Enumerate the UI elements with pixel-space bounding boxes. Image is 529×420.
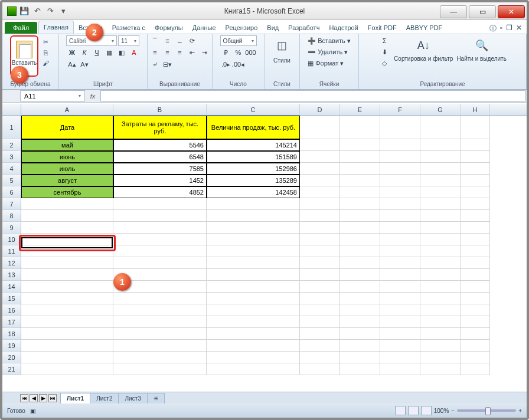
tab-developer[interactable]: Разработч [283,22,324,34]
cell[interactable]: май [21,139,113,151]
cell[interactable] [380,281,420,293]
cell[interactable] [340,234,380,245]
cell[interactable]: Затраты на рекламу, тыс. руб. [113,116,207,139]
cell[interactable] [340,116,380,139]
align-center-icon[interactable]: ≡ [162,47,174,58]
clear-icon[interactable]: ◇ [378,58,390,68]
cell[interactable]: 1452 [113,175,207,186]
new-sheet-icon[interactable]: ✳ [147,393,165,403]
cell[interactable] [340,304,380,316]
cell[interactable] [300,293,340,304]
cell[interactable] [113,352,207,363]
percent-icon[interactable]: % [233,47,244,58]
qat-redo-icon[interactable]: ↷ [45,6,55,17]
cell[interactable] [113,234,207,245]
col-header[interactable]: H [461,104,490,115]
tab-home[interactable]: Главная [38,21,74,34]
align-left-icon[interactable]: ≡ [149,47,161,58]
cell[interactable] [340,139,380,151]
tab-formulas[interactable]: Формулы [150,22,188,34]
cell[interactable] [420,186,461,198]
cell[interactable] [207,352,300,363]
cell[interactable] [300,281,340,293]
close-button[interactable]: ✕ [498,5,525,18]
cell[interactable]: 5546 [113,139,207,151]
dec-dec-icon[interactable]: .00◂ [233,59,244,70]
minimize-button[interactable]: — [440,5,467,18]
macro-record-icon[interactable]: ▣ [30,408,35,414]
cell[interactable] [113,340,207,352]
fill-icon[interactable]: ⬇ [378,47,390,57]
cell[interactable] [300,304,340,316]
cell[interactable] [300,163,340,175]
sheet-tab[interactable]: Лист2 [90,393,119,403]
col-header[interactable]: E [340,104,380,115]
view-layout-icon[interactable] [408,406,419,415]
copy-icon[interactable]: ⎘ [40,48,51,57]
cell[interactable]: 151589 [207,151,300,163]
cell[interactable] [420,328,461,340]
cell[interactable] [380,151,420,163]
cut-icon[interactable]: ✂ [40,37,51,47]
cell[interactable] [113,257,207,269]
cell[interactable] [461,281,490,293]
cell[interactable] [340,151,380,163]
row-header[interactable]: 12 [2,257,21,269]
cell-styles-icon[interactable]: ◫ [272,35,292,55]
cell[interactable] [21,293,113,304]
tab-foxit[interactable]: Foxit PDF [363,22,401,34]
cell[interactable]: 142458 [207,186,300,198]
col-header[interactable]: A [21,104,113,115]
row-header[interactable]: 15 [2,293,21,304]
border-button[interactable]: ▦ [103,47,115,58]
shrink-font-icon[interactable]: A▾ [79,59,90,70]
align-top-icon[interactable]: ⎺ [149,35,161,46]
row-header[interactable]: 14 [2,281,21,293]
cell[interactable] [300,352,340,363]
cell[interactable] [340,316,380,328]
cell[interactable] [300,186,340,198]
tab-layout[interactable]: Разметка с [107,22,150,34]
close-doc-icon[interactable]: ✕ [516,24,522,34]
cell[interactable] [380,328,420,340]
cell[interactable] [461,293,490,304]
cell[interactable]: 4852 [113,186,207,198]
cell[interactable]: 6548 [113,151,207,163]
cell[interactable] [113,222,207,234]
cell[interactable] [420,293,461,304]
cell[interactable] [420,281,461,293]
cell[interactable] [380,175,420,186]
cell[interactable] [380,163,420,175]
cell[interactable]: Дата [21,116,113,139]
cell[interactable] [340,281,380,293]
cell[interactable]: 145214 [207,139,300,151]
tab-review[interactable]: Рецензиро [221,22,263,34]
row-header[interactable]: 20 [2,352,21,363]
grow-font-icon[interactable]: A▴ [66,59,78,70]
cell[interactable] [300,316,340,328]
cell[interactable] [113,245,207,257]
row-header[interactable]: 16 [2,304,21,316]
cell[interactable]: 7585 [113,163,207,175]
cell[interactable] [113,363,207,375]
cell[interactable] [300,151,340,163]
cell[interactable] [113,316,207,328]
cell[interactable] [461,340,490,352]
cell[interactable] [420,163,461,175]
cell[interactable] [300,363,340,375]
cell[interactable] [113,198,207,210]
cell[interactable] [207,316,300,328]
cell[interactable] [461,198,490,210]
cell[interactable] [300,245,340,257]
cell[interactable] [113,293,207,304]
cell[interactable] [420,198,461,210]
col-header[interactable]: B [113,104,207,115]
cell[interactable]: 152986 [207,163,300,175]
cell[interactable] [461,304,490,316]
cell[interactable] [21,316,113,328]
qat-more-icon[interactable]: ▾ [58,6,68,17]
row-header[interactable]: 2 [2,139,21,151]
cell[interactable] [380,304,420,316]
row-header[interactable]: 10 [2,234,21,245]
font-color-button[interactable]: A [128,47,140,58]
